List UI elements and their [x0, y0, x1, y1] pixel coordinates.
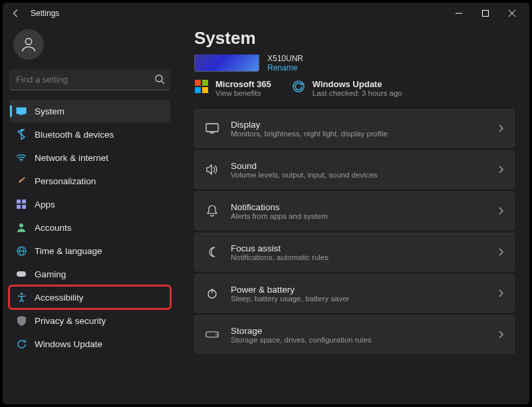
sidebar-item-windows-update[interactable]: Windows Update — [9, 333, 170, 355]
device-row: X510UNR Rename — [194, 54, 515, 72]
device-name: X510UNR — [267, 54, 303, 63]
bell-icon — [205, 204, 219, 217]
setting-focus-assist[interactable]: Focus assistNotifications, automatic rul… — [194, 233, 515, 271]
setting-title: Storage — [231, 326, 486, 336]
svg-point-17 — [20, 293, 23, 295]
setting-title: Display — [231, 120, 486, 130]
svg-rect-8 — [17, 200, 21, 204]
svg-point-7 — [21, 160, 22, 162]
setting-sub: Volume levels, output, input, sound devi… — [231, 171, 486, 179]
nav-list: System Bluetooth & devices Network & int… — [9, 100, 170, 355]
gaming-icon — [16, 269, 27, 279]
wifi-icon — [16, 152, 27, 163]
update-icon — [16, 339, 27, 349]
nav-label: System — [35, 106, 65, 116]
page-title: System — [194, 28, 515, 49]
setting-display[interactable]: DisplayMonitors, brightness, night light… — [194, 109, 515, 148]
chevron-right-icon — [498, 331, 503, 339]
info-windows-update[interactable]: Windows UpdateLast checked: 3 hours ago — [291, 79, 402, 97]
back-button[interactable] — [7, 4, 25, 23]
setting-title: Sound — [231, 161, 486, 171]
svg-rect-21 — [202, 87, 208, 93]
setting-power-battery[interactable]: Power & batterySleep, battery usage, bat… — [194, 274, 515, 313]
power-icon — [205, 287, 219, 300]
close-button[interactable] — [499, 4, 525, 23]
setting-notifications[interactable]: NotificationsAlerts from apps and system — [194, 192, 515, 230]
maximize-button[interactable] — [472, 4, 499, 23]
storage-icon — [205, 328, 219, 341]
sidebar: System Bluetooth & devices Network & int… — [3, 24, 177, 404]
info-sub: View benefits — [215, 89, 271, 97]
person-icon — [19, 35, 38, 54]
nav-label: Gaming — [35, 269, 66, 279]
sidebar-item-bluetooth[interactable]: Bluetooth & devices — [9, 123, 170, 146]
sidebar-item-system[interactable]: System — [9, 100, 170, 122]
window-title: Settings — [31, 9, 59, 18]
info-row: Microsoft 365View benefits Windows Updat… — [194, 79, 515, 97]
info-title: Microsoft 365 — [215, 79, 271, 89]
info-ms365[interactable]: Microsoft 365View benefits — [194, 79, 271, 97]
sidebar-item-apps[interactable]: Apps — [9, 193, 170, 215]
ms365-icon — [194, 79, 209, 94]
info-title: Windows Update — [313, 79, 402, 89]
setting-title: Notifications — [231, 202, 486, 212]
svg-rect-1 — [483, 11, 489, 17]
device-image — [194, 55, 259, 72]
svg-rect-11 — [22, 205, 26, 209]
accessibility-icon — [16, 292, 27, 303]
setting-sound[interactable]: SoundVolume levels, output, input, sound… — [194, 150, 515, 189]
titlebar: Settings — [3, 3, 529, 24]
svg-rect-23 — [206, 124, 218, 132]
arrow-left-icon — [11, 9, 21, 18]
settings-list: DisplayMonitors, brightness, night light… — [194, 109, 515, 354]
sidebar-item-personalization[interactable]: Personalization — [9, 170, 170, 192]
setting-storage[interactable]: StorageStorage space, drives, configurat… — [194, 315, 515, 354]
sidebar-item-gaming[interactable]: Gaming — [9, 263, 170, 285]
sidebar-item-privacy[interactable]: Privacy & security — [9, 309, 170, 332]
apps-icon — [16, 199, 27, 209]
svg-point-3 — [156, 75, 162, 82]
chevron-right-icon — [498, 124, 503, 132]
minimize-icon — [456, 10, 462, 17]
nav-label: Network & internet — [35, 153, 108, 163]
chevron-right-icon — [498, 207, 503, 215]
svg-rect-18 — [195, 80, 201, 86]
sidebar-item-time-language[interactable]: Time & language — [9, 239, 170, 262]
svg-rect-9 — [22, 200, 26, 204]
person-icon — [16, 222, 27, 233]
window-body: System Bluetooth & devices Network & int… — [3, 24, 529, 404]
svg-rect-5 — [17, 108, 27, 114]
minimize-button[interactable] — [446, 4, 472, 23]
chevron-right-icon — [498, 248, 503, 256]
nav-label: Time & language — [35, 246, 102, 256]
chevron-right-icon — [498, 289, 503, 297]
search-icon — [154, 74, 165, 84]
close-icon — [509, 10, 515, 17]
sidebar-item-network[interactable]: Network & internet — [9, 146, 170, 169]
setting-sub: Alerts from apps and system — [231, 212, 486, 220]
search-field[interactable] — [9, 69, 170, 90]
globe-icon — [16, 245, 27, 256]
nav-label: Accounts — [35, 223, 72, 233]
shield-icon — [16, 315, 27, 326]
sidebar-item-accessibility[interactable]: Accessibility — [9, 286, 170, 309]
nav-label: Windows Update — [35, 339, 102, 349]
settings-window: Settings System — [3, 3, 529, 404]
avatar — [13, 29, 44, 60]
sidebar-item-accounts[interactable]: Accounts — [9, 216, 170, 239]
main-content: System X510UNR Rename Microsoft 365View … — [177, 24, 529, 404]
rename-link[interactable]: Rename — [267, 63, 303, 72]
svg-line-4 — [162, 81, 164, 84]
svg-point-28 — [215, 334, 217, 335]
setting-title: Power & battery — [231, 285, 486, 295]
nav-label: Privacy & security — [35, 316, 106, 326]
info-sub: Last checked: 3 hours ago — [313, 89, 402, 97]
user-section[interactable] — [9, 24, 170, 69]
display-icon — [205, 122, 219, 135]
nav-label: Apps — [35, 200, 55, 209]
svg-point-2 — [25, 39, 31, 45]
search-input[interactable] — [9, 69, 170, 90]
svg-point-12 — [19, 223, 23, 227]
svg-rect-20 — [195, 87, 201, 93]
nav-label: Personalization — [35, 176, 96, 186]
